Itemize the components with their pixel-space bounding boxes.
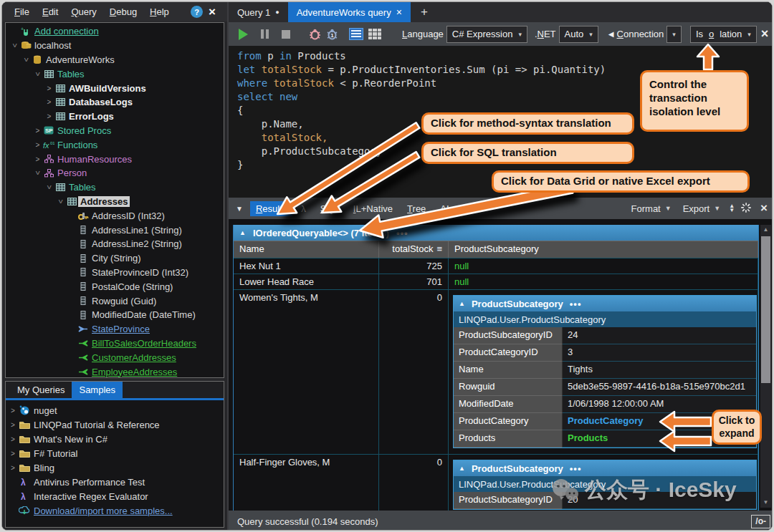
samples-item-bling[interactable]: >Bling bbox=[6, 460, 224, 475]
tree-item-tables[interactable]: >Tables bbox=[6, 180, 224, 195]
export-dropdown[interactable]: Export▼ bbox=[680, 202, 724, 216]
tree-chevron-icon[interactable]: > bbox=[6, 435, 17, 443]
cell-totalstock[interactable]: 0 bbox=[379, 455, 449, 511]
cell-name[interactable]: Hex Nut 1 bbox=[234, 258, 379, 274]
tree-item-add-connection[interactable]: +Add connection bbox=[6, 24, 224, 39]
tree-item-billtosalesorderheaders[interactable]: BillToSalesOrderHeaders bbox=[6, 337, 224, 351]
tab-close-icon[interactable]: × bbox=[396, 6, 402, 18]
cell-totalstock[interactable]: 701 bbox=[379, 274, 449, 289]
samples-item-antivirus-performance-test[interactable]: λAntivirus Performance Test bbox=[6, 475, 224, 489]
tree-chevron-icon[interactable]: > bbox=[34, 168, 42, 178]
tab-adventureworks-query[interactable]: AdventureWorks query × bbox=[288, 2, 411, 22]
toolbar-close-icon[interactable]: × bbox=[757, 26, 773, 42]
connection-dropdown[interactable]: ▾ bbox=[666, 26, 682, 43]
results-tab-tree[interactable]: Tree bbox=[401, 201, 431, 216]
tree-chevron-icon[interactable]: > bbox=[6, 421, 17, 429]
collapse-triangle-icon[interactable]: ▲ bbox=[459, 300, 465, 307]
menu-item-help[interactable]: Help bbox=[143, 4, 176, 20]
tree-item-addressline2-string-[interactable]: AddressLine2 (String) bbox=[6, 237, 224, 251]
tree-item-addressid-int32-[interactable]: AddressID (Int32) bbox=[6, 208, 224, 223]
results-close-icon[interactable]: × bbox=[758, 201, 768, 216]
samples-item-nuget[interactable]: >nuget bbox=[6, 403, 224, 417]
queries-tab-samples[interactable]: Samples bbox=[72, 382, 123, 398]
tree-chevron-icon[interactable]: > bbox=[45, 183, 53, 192]
grid-options-icon[interactable]: ••• bbox=[396, 228, 408, 238]
cell-name[interactable]: Women's Tights, M bbox=[234, 290, 379, 454]
nested-table-header[interactable]: ▲ProductSubcategory••• bbox=[454, 296, 756, 311]
tree-chevron-icon[interactable]: > bbox=[6, 407, 17, 415]
grid-options-icon[interactable]: ••• bbox=[570, 299, 582, 309]
cell-name[interactable]: Half-Finger Gloves, M bbox=[234, 455, 379, 511]
tree-item-addressline1-string-[interactable]: AddressLine1 (String) bbox=[6, 223, 224, 237]
format-dropdown[interactable]: Format▼ bbox=[629, 202, 674, 216]
results-tab-results[interactable]: Results bbox=[250, 201, 292, 216]
pause-button[interactable] bbox=[256, 26, 273, 43]
samples-item-what-s-new-in-c-[interactable]: >What's New in C# bbox=[6, 432, 224, 446]
tree-item-city-string-[interactable]: City (String) bbox=[6, 251, 224, 266]
samples-item-linqpad-tutorial-reference[interactable]: >LINQPad Tutorial & Reference bbox=[6, 417, 224, 432]
column-header-totalstock[interactable]: totalStock ≡ bbox=[379, 241, 449, 258]
stop-button[interactable] bbox=[277, 26, 295, 43]
tree-item-errorlogs[interactable]: >ErrorLogs bbox=[6, 110, 224, 124]
vertical-scrollbar[interactable]: ▲ ▼ bbox=[760, 225, 771, 508]
results-richtext-button[interactable] bbox=[348, 26, 365, 43]
collapse-triangle-icon[interactable]: ▲ bbox=[239, 229, 246, 236]
results-tab-sql[interactable]: SQL bbox=[315, 201, 345, 216]
scrollbar-thumb[interactable] bbox=[761, 236, 770, 383]
tree-chevron-icon[interactable]: > bbox=[6, 450, 17, 458]
text-size-icon[interactable]: ▲▼ bbox=[729, 204, 735, 213]
samples-item-interactive-regex-evaluator[interactable]: λInteractive Regex Evaluator bbox=[6, 489, 224, 503]
nested-table-header[interactable]: ▲ProductSubcategory••• bbox=[454, 460, 756, 476]
samples-item-download-import-more-samples-[interactable]: Download/import more samples... bbox=[6, 503, 224, 518]
cell-totalstock[interactable]: 0 bbox=[379, 290, 449, 454]
results-tab-il-native[interactable]: IL+Native bbox=[348, 201, 398, 216]
tree-item-localhost[interactable]: >localhost bbox=[6, 39, 224, 53]
tree-item-postalcode-string-[interactable]: PostalCode (String) bbox=[6, 279, 224, 294]
tree-chevron-icon[interactable]: > bbox=[6, 464, 17, 472]
results-collapse-icon[interactable]: ▼ bbox=[236, 205, 243, 213]
sort-icon[interactable]: ≡ bbox=[436, 243, 442, 256]
tree-item-person[interactable]: >Person bbox=[6, 166, 224, 180]
grid-options-icon[interactable]: ••• bbox=[570, 463, 582, 474]
menu-item-debug[interactable]: Debug bbox=[103, 4, 143, 20]
results-tab--[interactable]: λ bbox=[295, 201, 312, 216]
tree-item-modifieddate-datetime-[interactable]: ModifiedDate (DateTime) bbox=[6, 308, 224, 322]
column-header-name[interactable]: Name bbox=[234, 241, 379, 258]
debug-breakpoint-bug-icon[interactable]: 1 bbox=[323, 26, 340, 43]
queries-tab-my-queries[interactable]: My Queries bbox=[10, 382, 72, 398]
cell-totalstock[interactable]: 725 bbox=[379, 258, 449, 274]
results-datagrid-button[interactable] bbox=[366, 26, 383, 43]
tree-item-customeraddresses[interactable]: CustomerAddresses bbox=[6, 350, 224, 364]
tree-chevron-icon[interactable]: > bbox=[22, 55, 30, 64]
isolation-dropdown[interactable]: Isolation ▾ bbox=[690, 26, 757, 43]
refresh-spinner-icon[interactable] bbox=[740, 202, 752, 216]
new-tab-button[interactable]: + bbox=[411, 2, 438, 22]
collapse-triangle-icon[interactable]: ▲ bbox=[459, 465, 465, 472]
tree-item-stateprovince[interactable]: StateProvince bbox=[6, 322, 224, 337]
tree-chevron-icon[interactable]: > bbox=[33, 155, 42, 163]
language-dropdown[interactable]: C# Expression▾ bbox=[446, 26, 527, 43]
tree-item-rowguid-guid-[interactable]: Rowguid (Guid) bbox=[6, 294, 224, 308]
run-button[interactable] bbox=[234, 26, 252, 43]
tab-query1[interactable]: Query 1 ● bbox=[229, 2, 288, 22]
tree-chevron-icon[interactable]: > bbox=[44, 112, 54, 120]
samples-item-f-tutorial[interactable]: >F# Tutorial bbox=[6, 446, 224, 460]
tree-item-stored-procs[interactable]: >SPStored Procs bbox=[6, 124, 224, 138]
results-tab-ai[interactable]: AI bbox=[434, 201, 454, 216]
help-icon[interactable]: ? bbox=[191, 6, 203, 18]
tree-item-tables[interactable]: >Tables bbox=[6, 67, 224, 81]
debug-bug-icon[interactable] bbox=[306, 26, 323, 43]
column-header-productsubcategory[interactable]: ProductSubcategory bbox=[449, 241, 758, 258]
tree-item-addresses[interactable]: >Addresses bbox=[6, 195, 224, 209]
net-dropdown[interactable]: Auto▾ bbox=[559, 26, 598, 43]
cell-name[interactable]: Lower Head Race bbox=[234, 274, 379, 289]
tree-chevron-icon[interactable]: > bbox=[33, 141, 42, 149]
tree-chevron-icon[interactable]: > bbox=[57, 197, 64, 206]
tree-item-employeeaddresses[interactable]: EmployeeAddresses bbox=[6, 364, 224, 378]
tree-chevron-icon[interactable]: > bbox=[44, 98, 54, 106]
results-grid-header[interactable]: ▲ IOrderedQueryable<> (7 items) ••• bbox=[234, 225, 758, 241]
menu-item-file[interactable]: File bbox=[8, 4, 36, 20]
menu-item-edit[interactable]: Edit bbox=[36, 4, 64, 20]
tree-item-awbuildversions[interactable]: >AWBuildVersions bbox=[6, 81, 224, 95]
cell-productsubcategory[interactable]: null bbox=[449, 258, 758, 274]
